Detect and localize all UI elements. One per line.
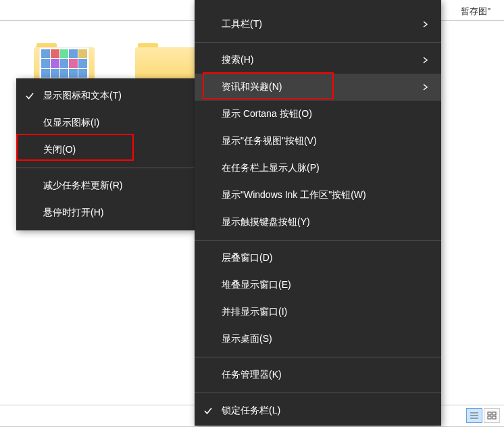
- menu-separator: [195, 357, 441, 357]
- chevron-right-icon: [420, 19, 430, 30]
- menu-item-label: 锁定任务栏(L): [222, 405, 430, 417]
- menu-item[interactable]: 并排显示窗口(I): [195, 299, 441, 326]
- menu-item-label: 工具栏(T): [222, 18, 420, 30]
- menu-item-label: 并排显示窗口(I): [222, 306, 430, 318]
- svg-rect-3: [488, 412, 491, 415]
- svg-rect-5: [488, 416, 491, 419]
- view-icons-button[interactable]: [484, 408, 500, 423]
- menu-item[interactable]: 减少任务栏更新(R): [16, 172, 195, 199]
- menu-item[interactable]: 显示桌面(S): [195, 326, 441, 353]
- menu-item[interactable]: 搜索(H): [195, 47, 441, 74]
- menu-item-label: 资讯和兴趣(N): [222, 81, 420, 93]
- news-interests-submenu: 显示图标和文本(T)仅显示图标(I)关闭(O) 减少任务栏更新(R)悬停时打开(…: [16, 78, 195, 230]
- menu-item-label: 关闭(O): [43, 144, 184, 156]
- chevron-right-icon: [420, 55, 430, 66]
- menu-item-label: 显示触摸键盘按钮(Y): [222, 216, 430, 228]
- menu-separator: [195, 240, 441, 241]
- menu-item-label: 在任务栏上显示人脉(P): [222, 162, 430, 174]
- menu-item-label: 搜索(H): [222, 54, 420, 66]
- chevron-right-icon: [420, 82, 430, 93]
- caption-text: 暂存图": [461, 5, 490, 18]
- menu-separator: [195, 42, 441, 43]
- menu-item[interactable]: 任务管理器(K): [195, 361, 441, 388]
- menu-separator: [195, 393, 441, 393]
- svg-rect-6: [493, 416, 496, 419]
- menu-item[interactable]: 在任务栏上显示人脉(P): [195, 155, 441, 182]
- menu-item-label: 堆叠显示窗口(E): [222, 279, 430, 291]
- menu-item[interactable]: 显示"Windows Ink 工作区"按钮(W): [195, 182, 441, 209]
- menu-item[interactable]: 堆叠显示窗口(E): [195, 272, 441, 299]
- menu-item-label: 显示"Windows Ink 工作区"按钮(W): [222, 189, 430, 201]
- svg-rect-4: [493, 412, 496, 415]
- menu-separator: [16, 168, 195, 168]
- menu-item-label: 显示"任务视图"按钮(V): [222, 135, 430, 147]
- menu-item[interactable]: 悬停时打开(H): [16, 199, 195, 226]
- view-details-button[interactable]: [466, 408, 482, 423]
- menu-item[interactable]: 工具栏(T): [195, 11, 441, 38]
- view-mode-switcher: [466, 408, 500, 423]
- check-icon: [203, 405, 213, 416]
- menu-item-label: 减少任务栏更新(R): [43, 180, 184, 192]
- menu-item-label: 显示桌面(S): [222, 333, 430, 345]
- check-icon: [24, 91, 35, 101]
- menu-item-label: 层叠窗口(D): [222, 252, 430, 264]
- menu-item[interactable]: 显示"任务视图"按钮(V): [195, 128, 441, 155]
- menu-item-label: 仅显示图标(I): [43, 117, 184, 129]
- menu-item[interactable]: 资讯和兴趣(N): [195, 74, 441, 101]
- menu-item[interactable]: 层叠窗口(D): [195, 245, 441, 272]
- menu-item[interactable]: 显示 Cortana 按钮(O): [195, 101, 441, 128]
- menu-item[interactable]: 关闭(O): [16, 136, 195, 164]
- menu-item-label: 显示图标和文本(T): [43, 90, 184, 102]
- menu-item[interactable]: 锁定任务栏(L): [195, 397, 441, 424]
- menu-item-label: 任务管理器(K): [222, 369, 430, 381]
- menu-item[interactable]: 仅显示图标(I): [16, 109, 195, 136]
- menu-item[interactable]: 显示触摸键盘按钮(Y): [195, 209, 441, 236]
- menu-item-label: 显示 Cortana 按钮(O): [222, 108, 430, 120]
- menu-item-label: 悬停时打开(H): [43, 207, 184, 219]
- taskbar-context-menu: 工具栏(T) 搜索(H)资讯和兴趣(N)显示 Cortana 按钮(O)显示"任…: [195, 0, 441, 426]
- menu-item[interactable]: 显示图标和文本(T): [16, 82, 195, 109]
